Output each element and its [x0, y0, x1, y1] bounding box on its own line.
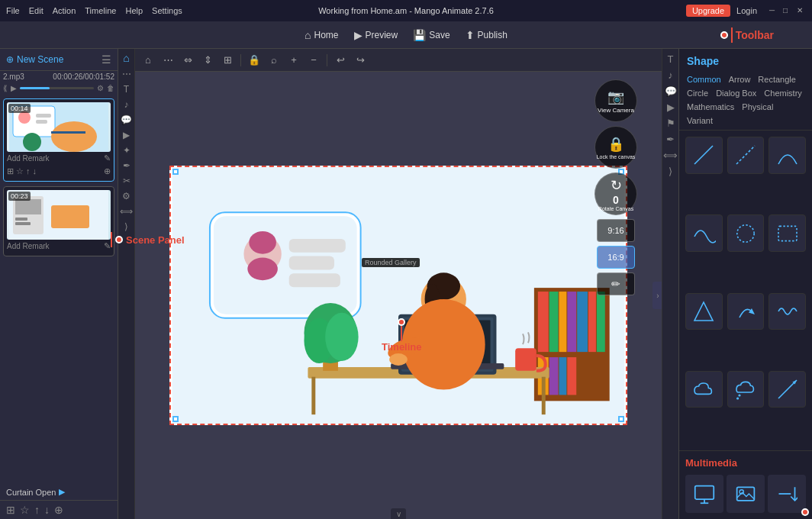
- left-text-icon[interactable]: T: [124, 84, 129, 95]
- left-note-icon[interactable]: ♪: [124, 99, 129, 110]
- canvas-flip-v-btn[interactable]: ⇕: [199, 52, 216, 69]
- scene-back-icon[interactable]: ⟪: [3, 84, 8, 92]
- shape-item-curve2[interactable]: [685, 214, 723, 252]
- shape-item-dotted-rect[interactable]: [768, 214, 806, 252]
- toolbar-save[interactable]: 💾 Save: [413, 29, 450, 41]
- left-home-icon[interactable]: ⌂: [123, 52, 129, 64]
- ratio-916-button[interactable]: 9:16: [597, 219, 635, 242]
- scene-star-bottom-icon[interactable]: ☆: [20, 504, 30, 516]
- shape-tab-math[interactable]: Mathematics: [684, 101, 737, 113]
- shape-tab-variant[interactable]: Variant: [684, 114, 716, 127]
- menu-settings[interactable]: Settings: [152, 6, 182, 15]
- scene-delete-icon[interactable]: 🗑: [107, 84, 114, 92]
- toolbar-home[interactable]: ⌂ Home: [304, 29, 338, 41]
- restore-button[interactable]: □: [783, 6, 792, 15]
- scene-item-2[interactable]: 00:23 Add Remark ✎: [3, 186, 114, 256]
- toolbar-preview[interactable]: ▶ Preview: [354, 29, 398, 41]
- upgrade-button[interactable]: Upgrade: [686, 5, 730, 17]
- scene-circle-bottom-icon[interactable]: ⊕: [54, 504, 63, 516]
- right-media-icon[interactable]: ▶: [667, 102, 675, 113]
- rotate-canvas-button[interactable]: ↻ 0 Rotate Canvas: [594, 172, 637, 215]
- scene-down-bottom-icon[interactable]: ↓: [44, 504, 50, 516]
- shape-tab-physical[interactable]: Physical: [739, 101, 776, 113]
- minimize-button[interactable]: ─: [769, 6, 778, 15]
- scene-audio-slider[interactable]: [20, 87, 94, 89]
- right-arrow3-icon[interactable]: ⟩: [669, 166, 672, 177]
- shape-item-line2[interactable]: [727, 137, 765, 174]
- shape-item-arrow-diag[interactable]: [768, 371, 806, 408]
- shape-item-wave[interactable]: [768, 293, 806, 330]
- lock-canvas-button[interactable]: 🔒 Lock the canvas: [594, 126, 637, 169]
- canvas-lock-btn[interactable]: 🔒: [246, 52, 263, 69]
- menu-action[interactable]: Action: [53, 6, 76, 15]
- scene-grid-bottom-icon[interactable]: ⊞: [6, 504, 15, 516]
- shape-item-curve1[interactable]: [768, 137, 806, 174]
- left-media-icon[interactable]: ▶: [123, 130, 130, 140]
- multimedia-item-image[interactable]: [727, 475, 765, 513]
- canvas-zoom-out-btn[interactable]: −: [305, 52, 322, 69]
- canvas-search-btn[interactable]: ⌕: [266, 52, 282, 69]
- canvas-more-btn[interactable]: ⋯: [160, 52, 176, 69]
- scene-menu-icon[interactable]: ☰: [102, 53, 111, 66]
- scene-edit-icon-1[interactable]: ✎: [104, 153, 111, 163]
- menu-timeline[interactable]: Timeline: [85, 6, 116, 15]
- view-camera-button[interactable]: 📷 View Camera: [594, 79, 637, 122]
- right-music-icon[interactable]: ♪: [668, 69, 673, 81]
- scene-edit-icon-2[interactable]: ✎: [104, 241, 111, 251]
- right-brush2-icon[interactable]: ✒: [666, 134, 675, 145]
- canvas-redo-btn[interactable]: ↪: [352, 52, 369, 69]
- right-tag2-icon[interactable]: ⚑: [666, 118, 675, 129]
- shape-tab-common[interactable]: Common: [684, 73, 724, 85]
- close-button[interactable]: ✕: [797, 6, 806, 15]
- menu-help[interactable]: Help: [125, 6, 143, 15]
- shape-tab-arrow[interactable]: Arrow: [726, 73, 754, 85]
- scene-grid-icon[interactable]: ⊞: [7, 166, 14, 176]
- scene-play-icon[interactable]: ▶: [11, 84, 17, 92]
- ratio-1610-button[interactable]: 16:9: [597, 246, 635, 269]
- shape-item-cloud[interactable]: [685, 371, 723, 408]
- canvas-zoom-in-btn[interactable]: +: [285, 52, 302, 69]
- shape-tab-circle[interactable]: Circle: [684, 87, 711, 99]
- collapse-right-button[interactable]: ›: [652, 282, 662, 309]
- curtain-open[interactable]: Curtain Open ▶: [0, 484, 118, 500]
- canvas-home-btn[interactable]: ⌂: [140, 52, 156, 69]
- scene-up-bottom-icon[interactable]: ↑: [34, 504, 40, 516]
- left-tag-icon[interactable]: ✦: [123, 145, 130, 156]
- canvas-grid-btn[interactable]: ⊞: [219, 52, 236, 69]
- resize-handle-tl[interactable]: [172, 169, 179, 175]
- add-remark-label-1[interactable]: Add Remark: [7, 154, 50, 163]
- shape-tab-rectangle[interactable]: Rectangle: [755, 73, 799, 85]
- resize-handle-bl[interactable]: [172, 416, 179, 422]
- expand-canvas-button[interactable]: ∨: [391, 508, 406, 519]
- canvas-frame[interactable]: Rounded Gallery: [169, 166, 627, 425]
- scene-down-icon[interactable]: ↓: [33, 166, 37, 176]
- canvas-flip-h-btn[interactable]: ⇔: [179, 52, 196, 69]
- scene-item-1[interactable]: 00:14: [3, 98, 114, 182]
- shape-item-dotted-circle[interactable]: [727, 214, 765, 252]
- shape-item-thought[interactable]: [727, 371, 765, 408]
- right-expand2-icon[interactable]: ⟺: [663, 150, 678, 161]
- multimedia-item-screen[interactable]: [685, 475, 723, 513]
- scene-settings-icon[interactable]: ⚙: [97, 84, 104, 92]
- toolbar-publish[interactable]: ⬆ Publish: [466, 29, 508, 41]
- left-expand-icon[interactable]: ⟺: [120, 206, 133, 217]
- left-grid-icon[interactable]: ⋯: [122, 69, 131, 79]
- left-arrow2-icon[interactable]: ⟩: [124, 221, 128, 232]
- right-t-icon[interactable]: T: [668, 53, 674, 65]
- right-chat-icon[interactable]: 💬: [665, 85, 677, 97]
- left-settings2-icon[interactable]: ⚙: [122, 191, 130, 201]
- resize-handle-br[interactable]: [618, 416, 624, 422]
- left-crop-icon[interactable]: ✂: [123, 176, 130, 186]
- shape-tab-chemistry[interactable]: Chemistry: [761, 87, 805, 99]
- multimedia-item-arrow-down[interactable]: [768, 475, 806, 513]
- shape-item-triangle[interactable]: [685, 293, 723, 330]
- left-chat-icon[interactable]: 💬: [121, 114, 132, 125]
- shape-item-arrow-curve[interactable]: [727, 293, 765, 330]
- shape-tab-dialog[interactable]: Dialog Box: [713, 87, 759, 99]
- left-brush-icon[interactable]: ✒: [123, 160, 130, 171]
- edit-button[interactable]: ✏: [597, 272, 635, 295]
- menu-bar[interactable]: File Edit Action Timeline Help Settings: [6, 6, 182, 15]
- new-scene-button[interactable]: ⊕ New Scene: [6, 54, 63, 65]
- menu-edit[interactable]: Edit: [29, 6, 44, 15]
- login-button[interactable]: Login: [736, 6, 757, 15]
